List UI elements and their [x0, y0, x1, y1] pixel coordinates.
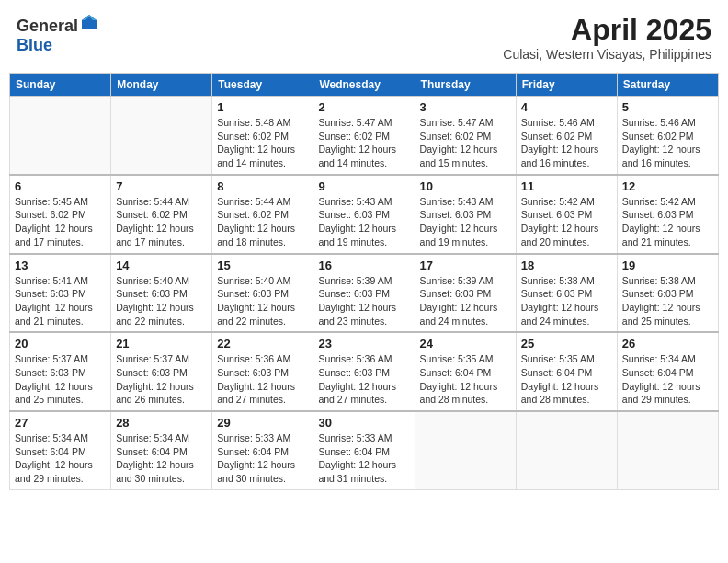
calendar-cell: 2Sunrise: 5:47 AM Sunset: 6:02 PM Daylig… [313, 97, 415, 175]
calendar-cell [111, 97, 212, 175]
weekday-header-sunday: Sunday [10, 74, 111, 97]
day-number: 24 [420, 337, 511, 350]
day-number: 15 [217, 259, 308, 272]
day-number: 20 [15, 337, 106, 350]
calendar-cell: 10Sunrise: 5:43 AM Sunset: 6:03 PM Dayli… [415, 175, 516, 254]
calendar-cell [415, 411, 516, 489]
day-number: 28 [116, 416, 207, 430]
calendar-cell: 21Sunrise: 5:37 AM Sunset: 6:03 PM Dayli… [111, 332, 212, 411]
day-info: Sunrise: 5:41 AM Sunset: 6:03 PM Dayligh… [15, 274, 106, 328]
calendar-cell: 20Sunrise: 5:37 AM Sunset: 6:03 PM Dayli… [10, 332, 111, 411]
calendar-week-row: 13Sunrise: 5:41 AM Sunset: 6:03 PM Dayli… [10, 254, 719, 333]
day-number: 3 [420, 100, 511, 114]
day-info: Sunrise: 5:46 AM Sunset: 6:02 PM Dayligh… [521, 116, 612, 170]
day-info: Sunrise: 5:39 AM Sunset: 6:03 PM Dayligh… [420, 274, 511, 328]
calendar-cell [516, 411, 617, 489]
calendar-cell: 13Sunrise: 5:41 AM Sunset: 6:03 PM Dayli… [10, 254, 111, 333]
calendar-week-row: 27Sunrise: 5:34 AM Sunset: 6:04 PM Dayli… [10, 411, 719, 489]
month-year-title: April 2025 [503, 13, 711, 47]
day-number: 9 [318, 179, 409, 193]
weekday-header-saturday: Saturday [617, 74, 718, 97]
day-info: Sunrise: 5:47 AM Sunset: 6:02 PM Dayligh… [420, 116, 511, 170]
day-info: Sunrise: 5:43 AM Sunset: 6:03 PM Dayligh… [318, 195, 409, 249]
day-info: Sunrise: 5:39 AM Sunset: 6:03 PM Dayligh… [318, 274, 409, 328]
day-number: 17 [420, 259, 511, 272]
calendar-cell: 23Sunrise: 5:36 AM Sunset: 6:03 PM Dayli… [313, 332, 415, 411]
calendar-cell: 29Sunrise: 5:33 AM Sunset: 6:04 PM Dayli… [212, 411, 313, 489]
day-number: 30 [318, 416, 409, 430]
calendar-cell: 22Sunrise: 5:36 AM Sunset: 6:03 PM Dayli… [212, 332, 313, 411]
logo: General Blue [17, 13, 98, 55]
weekday-header-wednesday: Wednesday [313, 74, 415, 97]
day-info: Sunrise: 5:44 AM Sunset: 6:02 PM Dayligh… [217, 195, 308, 249]
calendar-cell: 17Sunrise: 5:39 AM Sunset: 6:03 PM Dayli… [415, 254, 516, 333]
day-number: 12 [622, 179, 713, 193]
location-subtitle: Culasi, Western Visayas, Philippines [503, 47, 711, 62]
day-number: 7 [116, 179, 207, 193]
day-info: Sunrise: 5:34 AM Sunset: 6:04 PM Dayligh… [116, 431, 207, 486]
day-number: 25 [521, 337, 612, 350]
calendar-cell: 11Sunrise: 5:42 AM Sunset: 6:03 PM Dayli… [516, 175, 617, 254]
calendar-cell: 15Sunrise: 5:40 AM Sunset: 6:03 PM Dayli… [212, 254, 313, 333]
day-number: 14 [116, 259, 207, 272]
calendar-cell: 26Sunrise: 5:34 AM Sunset: 6:04 PM Dayli… [617, 332, 718, 411]
svg-marker-0 [82, 15, 97, 29]
day-info: Sunrise: 5:48 AM Sunset: 6:02 PM Dayligh… [217, 116, 308, 170]
day-info: Sunrise: 5:40 AM Sunset: 6:03 PM Dayligh… [217, 274, 308, 328]
day-info: Sunrise: 5:34 AM Sunset: 6:04 PM Dayligh… [622, 352, 713, 407]
calendar-cell [10, 97, 111, 175]
day-number: 4 [521, 100, 612, 114]
day-number: 26 [622, 337, 713, 350]
day-info: Sunrise: 5:46 AM Sunset: 6:02 PM Dayligh… [622, 116, 713, 170]
day-info: Sunrise: 5:37 AM Sunset: 6:03 PM Dayligh… [15, 352, 106, 407]
calendar-table: SundayMondayTuesdayWednesdayThursdayFrid… [9, 73, 719, 490]
calendar-week-row: 20Sunrise: 5:37 AM Sunset: 6:03 PM Dayli… [10, 332, 719, 411]
day-number: 23 [318, 337, 409, 350]
day-info: Sunrise: 5:35 AM Sunset: 6:04 PM Dayligh… [521, 352, 612, 407]
day-number: 19 [622, 259, 713, 272]
title-block: April 2025 Culasi, Western Visayas, Phil… [503, 13, 711, 62]
logo-general: General [17, 17, 78, 35]
weekday-header-tuesday: Tuesday [212, 74, 313, 97]
calendar-cell: 12Sunrise: 5:42 AM Sunset: 6:03 PM Dayli… [617, 175, 718, 254]
calendar-cell: 9Sunrise: 5:43 AM Sunset: 6:03 PM Daylig… [313, 175, 415, 254]
day-number: 13 [15, 259, 106, 272]
day-info: Sunrise: 5:45 AM Sunset: 6:02 PM Dayligh… [15, 195, 106, 249]
day-info: Sunrise: 5:34 AM Sunset: 6:04 PM Dayligh… [15, 431, 106, 486]
day-number: 8 [217, 179, 308, 193]
calendar-week-row: 1Sunrise: 5:48 AM Sunset: 6:02 PM Daylig… [10, 97, 719, 175]
day-info: Sunrise: 5:47 AM Sunset: 6:02 PM Dayligh… [318, 116, 409, 170]
day-number: 21 [116, 337, 207, 350]
day-info: Sunrise: 5:35 AM Sunset: 6:04 PM Dayligh… [420, 352, 511, 407]
day-info: Sunrise: 5:33 AM Sunset: 6:04 PM Dayligh… [217, 431, 308, 486]
calendar-cell: 30Sunrise: 5:33 AM Sunset: 6:04 PM Dayli… [313, 411, 415, 489]
calendar-cell: 27Sunrise: 5:34 AM Sunset: 6:04 PM Dayli… [10, 411, 111, 489]
day-number: 2 [318, 100, 409, 114]
day-info: Sunrise: 5:36 AM Sunset: 6:03 PM Dayligh… [217, 352, 308, 407]
logo-blue: Blue [17, 36, 52, 54]
day-number: 16 [318, 259, 409, 272]
calendar-cell [617, 411, 718, 489]
day-number: 27 [15, 416, 106, 430]
calendar-cell: 4Sunrise: 5:46 AM Sunset: 6:02 PM Daylig… [516, 97, 617, 175]
day-info: Sunrise: 5:40 AM Sunset: 6:03 PM Dayligh… [116, 274, 207, 328]
weekday-header-thursday: Thursday [415, 74, 516, 97]
day-info: Sunrise: 5:43 AM Sunset: 6:03 PM Dayligh… [420, 195, 511, 249]
calendar-cell: 14Sunrise: 5:40 AM Sunset: 6:03 PM Dayli… [111, 254, 212, 333]
day-number: 18 [521, 259, 612, 272]
day-info: Sunrise: 5:38 AM Sunset: 6:03 PM Dayligh… [622, 274, 713, 328]
calendar-cell: 1Sunrise: 5:48 AM Sunset: 6:02 PM Daylig… [212, 97, 313, 175]
day-info: Sunrise: 5:42 AM Sunset: 6:03 PM Dayligh… [622, 195, 713, 249]
calendar-cell: 25Sunrise: 5:35 AM Sunset: 6:04 PM Dayli… [516, 332, 617, 411]
day-info: Sunrise: 5:33 AM Sunset: 6:04 PM Dayligh… [318, 431, 409, 486]
calendar-cell: 28Sunrise: 5:34 AM Sunset: 6:04 PM Dayli… [111, 411, 212, 489]
calendar-cell: 5Sunrise: 5:46 AM Sunset: 6:02 PM Daylig… [617, 97, 718, 175]
day-info: Sunrise: 5:42 AM Sunset: 6:03 PM Dayligh… [521, 195, 612, 249]
calendar-cell: 19Sunrise: 5:38 AM Sunset: 6:03 PM Dayli… [617, 254, 718, 333]
calendar-cell: 16Sunrise: 5:39 AM Sunset: 6:03 PM Dayli… [313, 254, 415, 333]
day-number: 5 [622, 100, 713, 114]
day-info: Sunrise: 5:36 AM Sunset: 6:03 PM Dayligh… [318, 352, 409, 407]
calendar-cell: 24Sunrise: 5:35 AM Sunset: 6:04 PM Dayli… [415, 332, 516, 411]
day-info: Sunrise: 5:44 AM Sunset: 6:02 PM Dayligh… [116, 195, 207, 249]
calendar-cell: 7Sunrise: 5:44 AM Sunset: 6:02 PM Daylig… [111, 175, 212, 254]
